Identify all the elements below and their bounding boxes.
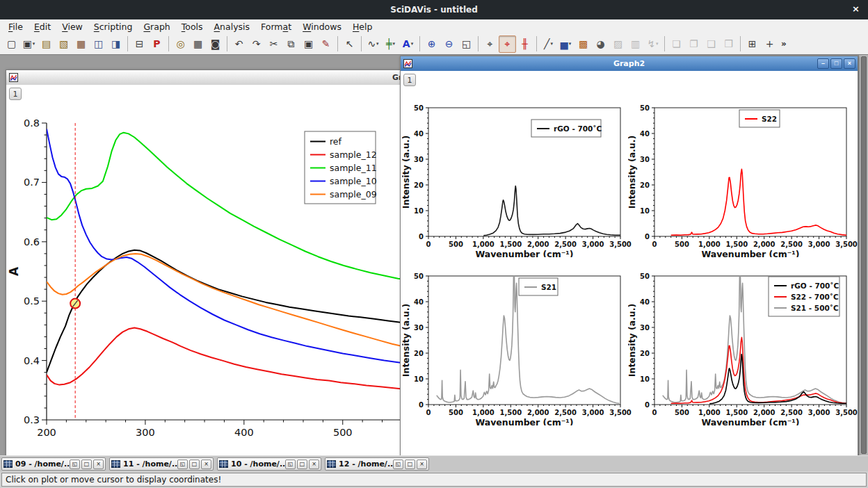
- menu-analysis[interactable]: Analysis: [209, 22, 256, 32]
- raman-rgo-chart[interactable]: 05001,0001,5002,0002,5003,0003,500010203…: [402, 89, 632, 257]
- menu-view[interactable]: View: [56, 22, 88, 32]
- svg-text:0.3: 0.3: [24, 414, 40, 425]
- maximize-button[interactable]: □: [189, 459, 200, 469]
- graph-window-icon: [9, 73, 18, 82]
- raman-combined-chart[interactable]: 05001,0001,5002,0002,5003,0003,500010203…: [628, 257, 858, 425]
- redo-icon[interactable]: ↷: [248, 35, 265, 53]
- delete-selection-icon[interactable]: ✎: [317, 35, 335, 53]
- maximize-button[interactable]: □: [830, 58, 842, 69]
- taskbar: 09 - /home/...◱□×11 - /home/...◱□×10 - /…: [0, 455, 868, 472]
- zoom-in-icon[interactable]: ⊕: [423, 35, 440, 53]
- status-message: Click on plot or move cursor to display …: [1, 473, 867, 487]
- project-explorer-icon[interactable]: ◎: [172, 35, 189, 53]
- svg-text:S21: S21: [541, 283, 556, 291]
- copy-selection-icon[interactable]: ⧉: [282, 35, 300, 53]
- graph2-layer-button[interactable]: 1: [403, 74, 416, 86]
- close-button[interactable]: ×: [417, 459, 427, 469]
- svg-text:20: 20: [640, 350, 650, 357]
- svg-text:0.6: 0.6: [24, 236, 40, 247]
- maximize-button[interactable]: □: [297, 459, 307, 469]
- data-reader-icon[interactable]: ⌖: [499, 35, 516, 53]
- taskbar-tab-3[interactable]: 10 - /home/...◱□×: [217, 457, 321, 471]
- menu-edit[interactable]: Edit: [29, 22, 56, 32]
- export-pdf-icon[interactable]: P: [148, 35, 166, 53]
- plot-pie-icon[interactable]: ◕: [592, 35, 609, 53]
- minimize-button[interactable]: –: [817, 58, 829, 69]
- menubar: FileEditViewScriptingGraphToolsAnalysisF…: [0, 19, 868, 33]
- svg-text:Wavenumber (cm⁻¹): Wavenumber (cm⁻¹): [475, 417, 573, 425]
- restore-button[interactable]: ◱: [285, 459, 296, 469]
- add-column-icon[interactable]: +: [761, 35, 778, 53]
- maximize-button[interactable]: □: [405, 459, 415, 469]
- svg-text:ref: ref: [330, 136, 342, 147]
- svg-text:0: 0: [419, 401, 424, 409]
- window-close-icon[interactable]: ×: [852, 4, 860, 14]
- svg-text:0: 0: [645, 401, 650, 409]
- toolbar-separator: [740, 36, 741, 51]
- rescale-to-show-all-icon[interactable]: ◱: [458, 35, 475, 53]
- menu-scripting[interactable]: Scripting: [88, 22, 138, 32]
- results-log-icon[interactable]: ▦: [189, 35, 207, 53]
- scrollbar-thumb[interactable]: [861, 56, 867, 454]
- menu-format[interactable]: Format: [255, 22, 297, 32]
- svg-text:0: 0: [426, 409, 431, 416]
- undo-icon[interactable]: ↶: [230, 35, 248, 53]
- close-button[interactable]: ×: [93, 459, 104, 469]
- restore-button[interactable]: ◱: [393, 459, 403, 469]
- close-button[interactable]: ×: [201, 459, 211, 469]
- new-aspect-icon[interactable]: ▣▾: [20, 35, 38, 53]
- svg-text:500: 500: [449, 241, 463, 248]
- menu-help[interactable]: Help: [347, 22, 378, 32]
- taskbar-tab-4[interactable]: 12 - /home/...◱□×: [325, 457, 429, 471]
- paste-selection-icon[interactable]: ▣: [300, 35, 317, 53]
- raman-s22-chart[interactable]: 05001,0001,5002,0002,5003,0003,500010203…: [628, 89, 858, 257]
- convert-table-icon[interactable]: ⊞: [744, 35, 761, 53]
- menu-file[interactable]: File: [3, 22, 29, 32]
- close-button[interactable]: ×: [309, 459, 319, 469]
- maximize-button[interactable]: □: [81, 459, 92, 469]
- table-icon: [219, 460, 228, 468]
- svg-text:1,500: 1,500: [725, 241, 748, 248]
- raman-s21-chart[interactable]: 05001,0001,5002,0002,5003,0003,500010203…: [402, 257, 632, 425]
- svg-text:500: 500: [449, 409, 463, 416]
- lock-toolbars-icon[interactable]: ◙: [207, 35, 224, 53]
- select-data-range-icon[interactable]: ╫: [516, 35, 533, 53]
- tab-label: 10 - /home/...: [231, 459, 285, 469]
- draw-line-icon[interactable]: ╱▾: [540, 35, 557, 53]
- import-ascii-icon[interactable]: ▦: [72, 35, 90, 53]
- toolbar-separator: [664, 36, 665, 51]
- pointer-icon[interactable]: ↖: [341, 35, 358, 53]
- uvvis-absorbance-chart[interactable]: 2003004005000.30.40.50.60.70.8refsample_…: [7, 86, 402, 454]
- new-project-icon[interactable]: ▢: [3, 35, 20, 53]
- menu-graph[interactable]: Graph: [138, 22, 175, 32]
- taskbar-tab-2[interactable]: 11 - /home/...◱□×: [109, 457, 214, 471]
- restore-button[interactable]: ◱: [70, 459, 80, 469]
- svg-text:10: 10: [640, 375, 650, 383]
- add-curve-icon[interactable]: ∿▾: [364, 35, 382, 53]
- add-text-icon[interactable]: A▾: [399, 35, 417, 53]
- open-project-icon[interactable]: ▤: [38, 35, 55, 53]
- print-icon[interactable]: ⊟: [131, 35, 148, 53]
- cut-selection-icon[interactable]: ✂: [265, 35, 282, 53]
- add-error-bars-icon[interactable]: ╪▾: [382, 35, 399, 53]
- open-template-icon[interactable]: ▧: [55, 35, 72, 53]
- toolbar-separator: [478, 36, 479, 51]
- svg-text:50: 50: [414, 104, 424, 112]
- menu-windows[interactable]: Windows: [297, 22, 347, 32]
- save-template-icon[interactable]: ◨: [107, 35, 124, 53]
- save-project-icon[interactable]: ◫: [90, 35, 107, 53]
- zoom-out-icon[interactable]: ⊖: [440, 35, 458, 53]
- svg-text:3,000: 3,000: [582, 241, 604, 248]
- taskbar-tab-1[interactable]: 09 - /home/...◱□×: [1, 457, 106, 471]
- workspace-scrollbar[interactable]: [858, 55, 868, 455]
- graph2-titlebar[interactable]: Graph2 – □ ×: [401, 56, 858, 72]
- restore-button[interactable]: ◱: [177, 459, 188, 469]
- toolbar-overflow-icon[interactable]: »: [781, 39, 787, 49]
- plot-color-map-icon[interactable]: ▩: [574, 35, 592, 53]
- svg-text:10: 10: [640, 207, 650, 215]
- screen-reader-icon[interactable]: ⌖: [481, 35, 499, 53]
- menu-tools[interactable]: Tools: [176, 22, 209, 32]
- graph1-layer-button[interactable]: 1: [9, 88, 22, 100]
- add-histogram-icon[interactable]: ▅▾: [557, 35, 574, 53]
- close-button[interactable]: ×: [844, 58, 855, 69]
